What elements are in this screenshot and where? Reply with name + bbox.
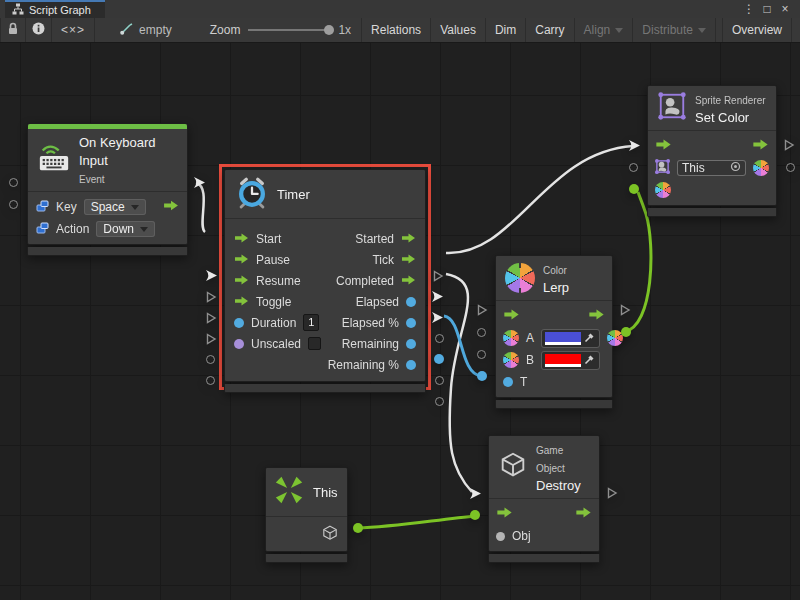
resume-port[interactable] <box>206 312 217 324</box>
dim-button[interactable]: Dim <box>486 18 526 42</box>
float-port-icon <box>406 360 416 370</box>
unscaled-port[interactable] <box>206 376 215 385</box>
align-button[interactable]: Align <box>575 18 634 42</box>
self-output-port-connected[interactable] <box>353 523 363 533</box>
selection-indicator: empty <box>109 18 182 42</box>
pause-port[interactable] <box>206 291 217 303</box>
key-value: Space <box>91 200 125 214</box>
node-set-color[interactable]: Sprite Renderer Set Color This <box>647 85 777 217</box>
tick-port-connected[interactable] <box>432 290 444 303</box>
t-label: T <box>520 375 527 389</box>
unscaled-checkbox[interactable] <box>308 337 321 350</box>
color-swatch-a[interactable] <box>545 332 581 345</box>
node-header: On Keyboard Input Event <box>28 129 187 192</box>
port-row-obj: Obj <box>496 525 592 547</box>
values-button[interactable]: Values <box>431 18 486 42</box>
node-timer[interactable]: Timer Start Pause Resume Toggle Duration… <box>224 169 426 393</box>
node-on-keyboard-input[interactable]: On Keyboard Input Event Key Space Action… <box>27 123 188 256</box>
wire-keyboard-to-timer-start[interactable] <box>196 183 205 232</box>
fullscreen-button[interactable]: Full Screen <box>792 18 800 42</box>
t-port-connected[interactable] <box>477 371 487 381</box>
lock-button[interactable] <box>0 18 26 42</box>
values-label: Values <box>440 23 476 37</box>
zoom-slider[interactable] <box>248 29 330 31</box>
code-preview-button[interactable]: <×> <box>52 18 95 42</box>
relations-button[interactable]: Relations <box>361 18 431 42</box>
zoom-slider-handle[interactable] <box>324 25 334 35</box>
relations-label: Relations <box>371 23 421 37</box>
duration-input[interactable]: 1 <box>303 314 319 331</box>
node-header: Color Lerp <box>496 256 612 301</box>
action-dropdown[interactable]: Down <box>96 221 155 237</box>
key-dropdown[interactable]: Space <box>84 199 146 215</box>
wire-completed-to-destroy[interactable] <box>446 274 472 492</box>
resume-label: Resume <box>256 274 301 288</box>
key-input-port[interactable] <box>9 178 18 187</box>
selection-label: empty <box>139 23 172 37</box>
zoom-value: 1x <box>338 23 351 37</box>
wire-elapsedpct-to-t[interactable] <box>444 316 481 376</box>
node-color-lerp[interactable]: Color Lerp A <box>495 255 613 409</box>
start-port-connected[interactable] <box>206 269 218 282</box>
action-input-port[interactable] <box>9 200 18 209</box>
node-subtitle: Event <box>79 174 105 185</box>
port-row-toggle: Toggle <box>234 291 321 312</box>
duration-port[interactable] <box>206 355 215 364</box>
node-this[interactable]: This <box>265 467 348 563</box>
align-label: Align <box>584 23 611 37</box>
zoom-control: Zoom 1x <box>200 18 361 42</box>
graph-canvas[interactable]: On Keyboard Input Event Key Space Action… <box>0 43 800 600</box>
toggle-port[interactable] <box>206 333 217 345</box>
node-category: Sprite Renderer <box>695 95 766 106</box>
started-port[interactable] <box>433 270 444 282</box>
color-field-b[interactable] <box>541 351 600 370</box>
node-footer <box>265 554 348 563</box>
eyedropper-icon[interactable] <box>584 331 596 346</box>
eyedropper-icon[interactable] <box>584 353 596 368</box>
color-port-connected[interactable] <box>629 184 639 194</box>
b-label: B <box>526 353 534 367</box>
target-output-port[interactable] <box>786 163 795 172</box>
inspect-button[interactable] <box>26 18 52 42</box>
remaining-port[interactable] <box>435 376 444 385</box>
lerp-flow-out-port[interactable] <box>620 304 631 316</box>
node-destroy[interactable]: Game Object Destroy Obj <box>488 435 600 563</box>
a-port[interactable] <box>477 328 486 337</box>
trigger-output-port-connected[interactable] <box>194 176 206 189</box>
maximize-icon[interactable]: □ <box>760 2 774 16</box>
b-port[interactable] <box>477 350 486 359</box>
destroy-flow-in-port-connected[interactable] <box>470 487 482 500</box>
remaining-pct-port[interactable] <box>435 397 444 406</box>
port-row-a: A <box>503 327 605 349</box>
wire-this-to-obj[interactable] <box>357 516 477 528</box>
chevron-down-icon <box>698 28 706 33</box>
target-port[interactable] <box>629 163 638 172</box>
tab-script-graph[interactable]: Script Graph <box>5 0 105 18</box>
port-row-duration: Duration1 <box>234 312 321 333</box>
lerp-flow-in-port[interactable] <box>477 304 488 316</box>
color-swatch-b[interactable] <box>545 354 581 367</box>
setcolor-flow-in-port-connected[interactable] <box>629 139 641 152</box>
unscaled-label: Unscaled <box>251 337 301 351</box>
color-field-a[interactable] <box>541 329 600 348</box>
distribute-button[interactable]: Distribute <box>633 18 716 42</box>
elapsed-pct-port-connected[interactable] <box>434 354 444 364</box>
object-picker-icon[interactable] <box>730 161 741 175</box>
wire-tick-to-setcolor[interactable] <box>446 146 633 253</box>
obj-port-connected[interactable] <box>470 510 480 520</box>
destroy-flow-out-port[interactable] <box>607 487 618 499</box>
target-object-field[interactable]: This <box>677 160 746 176</box>
setcolor-flow-out-port[interactable] <box>784 139 795 151</box>
distribute-label: Distribute <box>642 23 693 37</box>
completed-port-connected[interactable] <box>432 311 444 324</box>
overview-button[interactable]: Overview <box>722 18 792 42</box>
node-footer <box>224 384 426 393</box>
lerp-result-port-connected[interactable] <box>621 327 631 337</box>
carry-button[interactable]: Carry <box>526 18 574 42</box>
window-menu-icon[interactable]: ⋮ <box>742 2 756 16</box>
node-category: Game Object <box>536 445 565 474</box>
game-object-port-icon <box>321 524 339 545</box>
close-icon[interactable]: × <box>778 2 792 16</box>
angle-x-icon: <×> <box>61 23 85 37</box>
elapsed-port[interactable] <box>435 334 444 343</box>
